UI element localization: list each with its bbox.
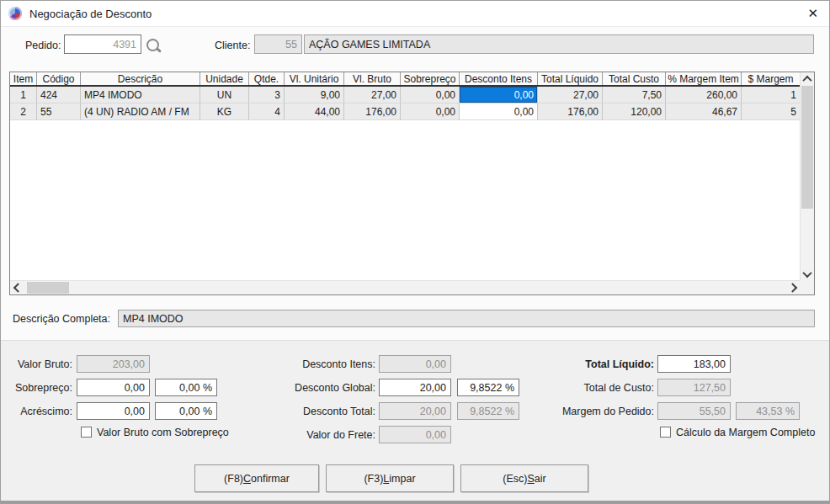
grid-cell[interactable]: 46,67 — [666, 103, 742, 120]
scroll-right-icon[interactable] — [787, 281, 801, 294]
column-header[interactable]: % Margem Item — [666, 72, 742, 85]
limpar-rest: impar — [389, 473, 415, 485]
app-icon — [8, 7, 22, 20]
total-custo-label: Total de Custo: — [523, 382, 654, 394]
horizontal-scrollbar[interactable] — [10, 280, 801, 294]
margem-pedido-label: Margem do Pedido: — [523, 406, 654, 417]
column-header[interactable]: Vl. Unitário — [285, 72, 344, 85]
grid-cell[interactable]: 2 — [10, 103, 37, 120]
scroll-up-icon[interactable] — [801, 72, 814, 86]
table-row[interactable]: 1424MP4 IMODOUN39,0027,000,000,0027,007,… — [10, 87, 801, 103]
scroll-left-icon[interactable] — [10, 281, 24, 294]
grid-cell[interactable]: 0,00 — [401, 87, 460, 103]
close-icon[interactable]: ✕ — [807, 6, 818, 21]
grid-cell[interactable]: 1 — [742, 87, 801, 103]
grid-cell[interactable]: 3 — [249, 87, 285, 103]
desconto-total-field: 20,00 — [379, 402, 451, 420]
vertical-scroll-thumb[interactable] — [801, 86, 813, 209]
grid-cell[interactable]: 0,00 — [460, 103, 538, 120]
column-header[interactable]: Descrição — [81, 72, 200, 85]
grid-cell[interactable]: UN — [200, 87, 249, 103]
column-header[interactable]: Desconto Itens — [460, 72, 538, 85]
acrescimo-field[interactable]: 0,00 — [77, 402, 150, 420]
column-header[interactable]: Vl. Bruto — [344, 72, 401, 85]
limpar-prefix: (F3) — [364, 473, 383, 485]
valor-bruto-field: 203,00 — [77, 355, 150, 373]
grid-cell[interactable]: 120,00 — [603, 103, 666, 120]
valor-bruto-sobrepreco-checkbox[interactable] — [81, 427, 92, 438]
desconto-global-label: Desconto Global: — [279, 382, 375, 394]
grid-cell[interactable]: 0,00 — [401, 103, 460, 120]
totals-panel: Valor Bruto: 203,00 Sobrepreço: 0,00 0,0… — [1, 340, 829, 503]
column-header[interactable]: Qtde. — [249, 72, 285, 85]
confirmar-button[interactable]: (F8) Confirmar — [194, 464, 319, 492]
desconto-global-pct-field[interactable]: 9,8522 % — [457, 379, 519, 396]
grid-cell[interactable]: 4 — [249, 103, 285, 120]
sair-button[interactable]: (Esc) Sair — [460, 464, 588, 492]
calculo-margem-checkbox-label: Cálculo da Margem Completo — [676, 427, 815, 438]
grid-header-row: ItemCódigoDescriçãoUnidadeQtde.Vl. Unitá… — [10, 72, 801, 87]
confirmar-accel: C — [243, 473, 251, 485]
grid-cell[interactable]: 424 — [37, 87, 81, 103]
acrescimo-pct-field[interactable]: 0,00 % — [155, 402, 217, 420]
sair-prefix: (Esc) — [503, 473, 527, 485]
limpar-accel: L — [383, 473, 389, 485]
grid-cell[interactable]: 176,00 — [538, 103, 603, 120]
column-header[interactable]: Item — [10, 72, 37, 85]
grid-cell[interactable]: 5 — [742, 103, 801, 120]
desconto-itens-field: 0,00 — [379, 355, 451, 373]
column-header[interactable]: Sobrepreço — [401, 72, 460, 85]
column-header[interactable]: Total Custo — [603, 72, 666, 85]
cliente-code-field: 55 — [254, 34, 302, 54]
valor-frete-label: Valor do Frete: — [279, 429, 375, 441]
margem-pedido-field: 55,50 — [657, 402, 731, 420]
grid-cell[interactable]: MP4 IMODO — [81, 87, 200, 103]
column-header[interactable]: Unidade — [200, 72, 249, 85]
column-header[interactable]: $ Margem — [742, 72, 801, 85]
grid-cell[interactable]: 44,00 — [285, 103, 344, 120]
search-icon[interactable] — [146, 39, 159, 51]
confirmar-rest: onfirmar — [251, 473, 290, 485]
calculo-margem-checkbox[interactable] — [660, 427, 671, 438]
descricao-completa-label: Descrição Completa: — [13, 313, 110, 325]
cliente-name-field: AÇÃO GAMES LIMITADA — [304, 34, 814, 54]
grid-cell[interactable]: 176,00 — [344, 103, 401, 120]
sair-rest: air — [535, 473, 546, 485]
items-grid: ItemCódigoDescriçãoUnidadeQtde.Vl. Unitá… — [9, 72, 815, 295]
sobrepreco-pct-field[interactable]: 0,00 % — [155, 379, 217, 396]
grid-cell[interactable]: 9,00 — [285, 87, 344, 103]
desconto-total-pct-field: 9,8522 % — [457, 402, 519, 420]
column-header[interactable]: Código — [37, 72, 81, 85]
confirmar-prefix: (F8) — [224, 473, 243, 485]
grid-cell[interactable]: KG — [200, 103, 249, 120]
window-bottom-edge — [1, 501, 829, 503]
valor-bruto-label: Valor Bruto: — [1, 358, 72, 370]
scrollbar-corner — [801, 281, 814, 294]
pedido-field[interactable]: 4391 — [64, 34, 141, 54]
sobrepreco-field[interactable]: 0,00 — [77, 379, 150, 396]
limpar-button[interactable]: (F3) Limpar — [326, 464, 454, 492]
sair-accel: S — [527, 473, 534, 485]
pedido-label: Pedido: — [25, 40, 61, 51]
total-liquido-field[interactable]: 183,00 — [657, 355, 731, 373]
cliente-label: Cliente: — [215, 40, 250, 51]
scroll-down-icon[interactable] — [801, 268, 814, 281]
grid-cell[interactable]: 0,00 — [460, 87, 538, 103]
margem-pedido-pct-field: 43,53 % — [736, 402, 800, 420]
grid-cell[interactable]: (4 UN) RADIO AM / FM — [81, 103, 200, 120]
grid-cell[interactable]: 27,00 — [538, 87, 603, 103]
grid-cell[interactable]: 55 — [37, 103, 81, 120]
grid-cell[interactable]: 7,50 — [603, 87, 666, 103]
grid-body: 1424MP4 IMODOUN39,0027,000,000,0027,007,… — [10, 87, 801, 281]
vertical-scrollbar[interactable] — [800, 72, 814, 281]
grid-cell[interactable]: 1 — [10, 87, 37, 103]
grid-cell[interactable]: 27,00 — [344, 87, 401, 103]
desconto-global-field[interactable]: 20,00 — [379, 379, 451, 396]
grid-cell[interactable]: 260,00 — [666, 87, 742, 103]
horizontal-scroll-thumb[interactable] — [27, 282, 69, 294]
acrescimo-label: Acréscimo: — [1, 406, 72, 417]
window-title: Negociação de Desconto — [29, 8, 152, 20]
table-row[interactable]: 255(4 UN) RADIO AM / FMKG444,00176,000,0… — [10, 103, 801, 120]
desconto-itens-label: Desconto Itens: — [279, 358, 375, 370]
column-header[interactable]: Total Líquido — [538, 72, 603, 85]
